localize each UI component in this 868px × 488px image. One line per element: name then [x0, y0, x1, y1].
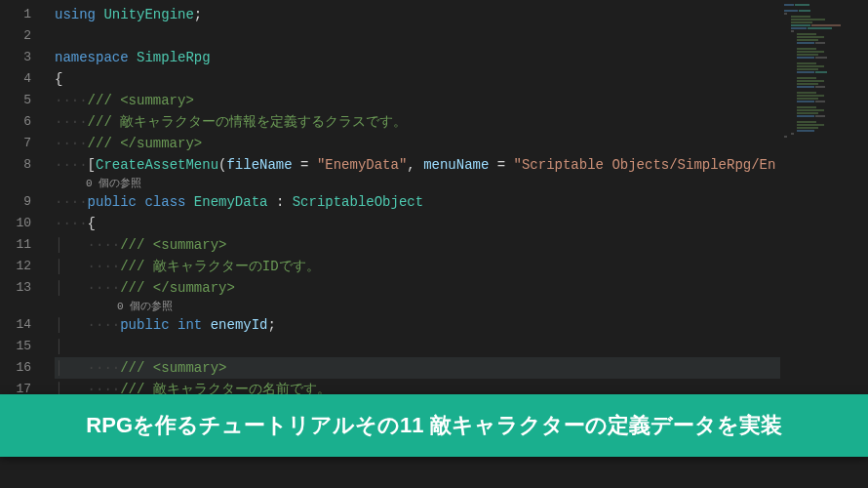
class-decl: EnemyData	[194, 194, 268, 210]
code-line-empty[interactable]: │	[55, 336, 868, 357]
keyword-public: public	[120, 317, 169, 333]
code-line[interactable]	[55, 465, 868, 486]
line-number: 14	[0, 314, 31, 336]
codelens-references[interactable]: 0 個の参照	[55, 176, 868, 191]
param-menuname: menuName	[423, 157, 489, 173]
code-line[interactable]: namespace SimpleRpg	[55, 47, 868, 68]
keyword-public: public	[88, 194, 137, 210]
line-number: 13	[0, 277, 31, 299]
line-number: 9	[0, 191, 31, 213]
code-line[interactable]: │ ····/// </summary>	[55, 277, 868, 299]
code-line[interactable]: ····[CreateAssetMenu(fileName = "EnemyDa…	[55, 154, 868, 176]
line-number: 5	[0, 90, 31, 111]
line-number: 1	[0, 4, 31, 25]
line-number: 3	[0, 47, 31, 68]
xml-doc-summary-open: /// <summary>	[120, 237, 226, 253]
keyword-namespace: namespace	[55, 50, 129, 65]
line-number: 2	[0, 25, 31, 47]
code-line[interactable]: │ ····/// 敵キャラクターのIDです。	[55, 256, 868, 277]
tutorial-banner: RPGを作るチュートリアルその11 敵キャラクターの定義データを実装	[0, 394, 868, 457]
line-number: 8	[0, 154, 31, 176]
code-line[interactable]: {	[55, 68, 868, 90]
namespace-decl: SimpleRpg	[137, 50, 211, 65]
string-literal: "Scriptable Objects/SimpleRpg/En	[514, 157, 776, 173]
line-number: 16	[0, 357, 31, 379]
line-number: 7	[0, 133, 31, 154]
code-line[interactable]: ····/// </summary>	[55, 133, 868, 154]
code-line[interactable]: │ ····/// <summary>	[55, 234, 868, 256]
code-line[interactable]: using UnityEngine;	[55, 4, 868, 25]
base-class: ScriptableObject	[293, 194, 423, 210]
line-number: 15	[0, 336, 31, 357]
codelens-spacer	[0, 299, 31, 314]
codelens-references[interactable]: 0 個の参照	[55, 299, 868, 314]
code-line-current[interactable]: │ ····/// <summary>	[55, 357, 868, 379]
string-literal: "EnemyData"	[317, 157, 407, 173]
line-number: 10	[0, 213, 31, 234]
code-line-empty[interactable]	[55, 25, 868, 47]
code-line[interactable]: ····/// <summary>	[55, 90, 868, 111]
keyword-class: class	[144, 194, 185, 210]
xml-doc-summary-open: /// <summary>	[88, 93, 194, 108]
line-number: 4	[0, 68, 31, 90]
field-name: enemyId	[211, 317, 268, 333]
param-filename: fileName	[226, 157, 292, 173]
code-line[interactable]: ····public class EnemyData : ScriptableO…	[55, 191, 868, 213]
code-line[interactable]: ····/// 敵キャラクターの情報を定義するクラスです。	[55, 111, 868, 133]
xml-doc-summary-close: /// </summary>	[120, 280, 235, 296]
keyword-using: using	[55, 7, 96, 22]
banner-title: RPGを作るチュートリアルその11 敵キャラクターの定義データを実装	[86, 411, 781, 440]
code-line[interactable]: ····{	[55, 213, 868, 234]
line-number: 6	[0, 111, 31, 133]
codelens-spacer	[0, 176, 31, 191]
attribute-name: CreateAssetMenu	[96, 157, 218, 173]
code-line[interactable]: │ ····public int enemyId;	[55, 314, 868, 336]
xml-doc-text: /// 敵キャラクターの情報を定義するクラスです。	[88, 114, 408, 130]
xml-doc-summary-close: /// </summary>	[88, 136, 203, 151]
type-int: int	[178, 317, 202, 333]
xml-doc-text: /// 敵キャラクターのIDです。	[120, 259, 319, 274]
line-number: 11	[0, 234, 31, 256]
line-number	[0, 465, 31, 486]
xml-doc-summary-open: /// <summary>	[120, 360, 226, 376]
namespace-ref: UnityEngine	[103, 7, 193, 22]
minimap-content	[784, 4, 864, 138]
line-number: 12	[0, 256, 31, 277]
